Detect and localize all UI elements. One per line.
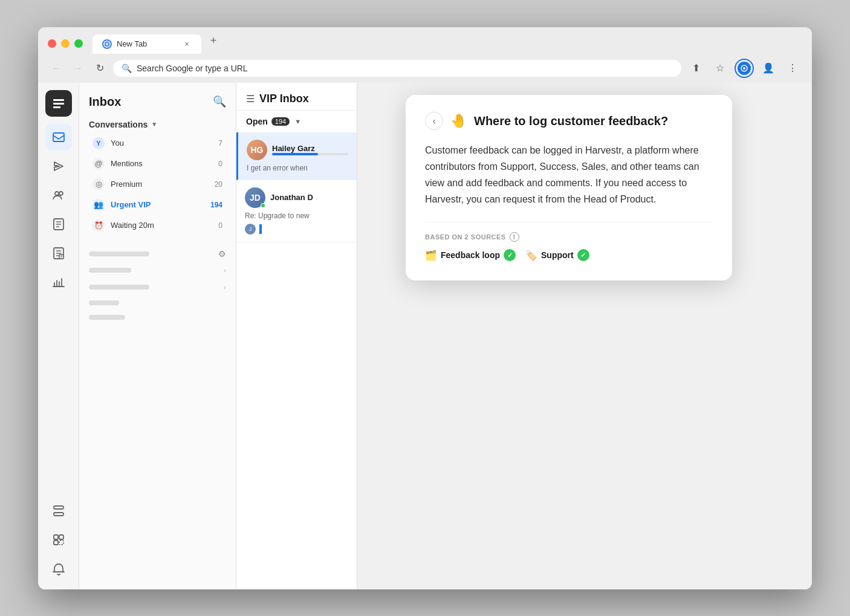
conversations-header[interactable]: Conversations ▼ [79, 114, 236, 133]
open-filter[interactable]: Open 194 ▼ [236, 111, 357, 132]
profile-button[interactable]: 👤 [759, 59, 778, 78]
conv-item-top-hailey: HG Hailey Garz [247, 140, 348, 160]
knowledge-popup: ‹ 🤚 Where to log customer feedback? Cust… [406, 95, 732, 281]
jonathan-preview: Re: Upgrade to new [245, 212, 348, 220]
browser-window: New Tab × + ← → ↻ 🔍 Search Google or typ… [38, 27, 812, 589]
nav-item-urgent-vip[interactable]: 👥 Urgent VIP 194 [83, 195, 232, 215]
open-filter-label: Open [246, 117, 268, 126]
traffic-lights [48, 39, 83, 54]
conv-item-top-jonathan: JD Jonathan D [245, 187, 348, 208]
nav-item-waiting[interactable]: ⏰ Waiting 20m 0 [83, 215, 232, 236]
svg-rect-13 [54, 513, 63, 516]
popup-title: Where to log customer feedback? [474, 113, 668, 129]
conversation-item-jonathan[interactable]: JD Jonathan D Re: Upgrade to new J [236, 180, 357, 242]
nav-sub-bar-3 [89, 285, 149, 290]
nav-item-mentions[interactable]: @ Mentions 0 [83, 154, 232, 174]
source-support[interactable]: 🏷️ Support ✓ [525, 249, 589, 261]
nav-item-urgent-vip-count: 194 [210, 201, 222, 209]
title-bar: New Tab × + [38, 27, 812, 54]
chevron-right-icon: › [224, 267, 226, 274]
nav-panel-header: Inbox 🔍 [79, 83, 236, 114]
refresh-button[interactable]: ↻ [91, 60, 108, 77]
address-bar[interactable]: 🔍 Search Google or type a URL [113, 60, 681, 77]
inbox-panel-header: ☰ VIP Inbox [236, 83, 357, 111]
svg-rect-4 [53, 99, 64, 101]
feedback-loop-label: Feedback loop [441, 250, 500, 260]
hailey-name: Hailey Garz [272, 144, 348, 153]
sidebar-item-bell[interactable] [45, 556, 72, 582]
sidebar-item-notes[interactable] [45, 240, 72, 267]
waiting-icon: ⏰ [92, 219, 105, 232]
sources-info-icon[interactable]: i [510, 232, 519, 242]
bookmark-button[interactable]: ☆ [710, 59, 730, 78]
nav-item-you-count: 7 [218, 139, 222, 148]
tab-title: New Tab [117, 39, 147, 48]
svg-rect-7 [53, 133, 64, 141]
svg-rect-17 [54, 540, 58, 545]
forward-button[interactable]: → [70, 60, 86, 77]
nav-sub-row-4[interactable] [89, 312, 226, 323]
sidebar-item-team[interactable] [45, 182, 72, 209]
back-button[interactable]: ← [48, 60, 65, 77]
svg-point-1 [106, 43, 108, 45]
nav-item-waiting-label: Waiting 20m [111, 221, 212, 230]
nav-panel: Inbox 🔍 Conversations ▼ Y You 7 @ Mentio… [79, 83, 236, 589]
jonathan-name: Jonathan D [270, 193, 348, 202]
svg-rect-18 [59, 540, 63, 545]
sidebar-item-apps[interactable] [45, 527, 72, 553]
nav-item-premium-count: 20 [215, 180, 222, 189]
feedback-loop-check-icon: ✓ [504, 249, 516, 261]
svg-rect-14 [54, 506, 63, 509]
popup-sources-label: BASED ON 2 SOURCES i [425, 232, 713, 242]
popup-back-button[interactable]: ‹ [425, 112, 443, 130]
typing-indicator [259, 224, 262, 234]
nav-item-you[interactable]: Y You 7 [83, 133, 232, 154]
mentions-icon: @ [92, 158, 105, 170]
svg-point-8 [55, 192, 59, 195]
source-feedback-loop[interactable]: 🗂️ Feedback loop ✓ [425, 249, 516, 261]
tab-favicon [102, 39, 112, 49]
sidebar-item-inbox[interactable] [45, 124, 72, 151]
sidebar-icons [38, 83, 79, 589]
nav-sub-row-1[interactable]: › [89, 264, 226, 277]
inbox-panel-title: VIP Inbox [259, 92, 309, 105]
nav-search-icon[interactable]: 🔍 [213, 95, 226, 108]
share-button[interactable]: ⬆ [686, 59, 706, 78]
new-tab-button[interactable]: + [204, 34, 223, 54]
maximize-window-button[interactable] [74, 39, 83, 48]
chevron-down-icon: ▼ [151, 121, 157, 128]
extension-icon [738, 62, 751, 75]
popup-divider [425, 222, 713, 222]
app-logo[interactable] [45, 90, 72, 117]
close-window-button[interactable] [48, 39, 56, 48]
active-tab[interactable]: New Tab × [92, 34, 201, 54]
extension-button[interactable] [735, 59, 754, 78]
svg-rect-15 [54, 535, 58, 539]
nav-item-premium[interactable]: ◎ Premium 20 [83, 174, 232, 195]
menu-button[interactable]: ⋮ [783, 59, 802, 78]
address-bar-row: ← → ↻ 🔍 Search Google or type a URL ⬆ ☆ … [38, 54, 812, 83]
search-icon: 🔍 [122, 63, 132, 73]
nav-sub-bar-4 [89, 300, 119, 305]
sidebar-item-chart[interactable] [45, 269, 72, 296]
sidebar-item-send[interactable] [45, 153, 72, 180]
conversations-label: Conversations [89, 120, 148, 129]
tab-close-button[interactable]: × [182, 39, 192, 49]
nav-sub-bar-1 [89, 251, 149, 256]
svg-rect-6 [53, 106, 60, 108]
conversation-item-hailey[interactable]: HG Hailey Garz I get an error when [236, 132, 357, 180]
sidebar-item-book[interactable] [45, 211, 72, 238]
support-icon: 🏷️ [525, 250, 537, 261]
minimize-window-button[interactable] [61, 39, 70, 48]
hamburger-menu-icon[interactable]: ☰ [246, 93, 255, 105]
svg-point-3 [743, 67, 745, 70]
inbox-panel: ☰ VIP Inbox Open 194 ▼ HG Hailey Garz [236, 83, 357, 589]
popup-body: Customer feedback can be logged in Harve… [425, 142, 713, 208]
sidebar-item-compose[interactable] [45, 498, 72, 524]
you-avatar-icon: Y [92, 137, 105, 149]
urgent-vip-icon: 👥 [92, 199, 105, 211]
hailey-preview: I get an error when [247, 164, 348, 172]
settings-gear-icon[interactable]: ⚙ [218, 249, 226, 259]
nav-sub-row-3[interactable] [89, 297, 226, 308]
nav-sub-row-2[interactable]: › [89, 280, 226, 294]
